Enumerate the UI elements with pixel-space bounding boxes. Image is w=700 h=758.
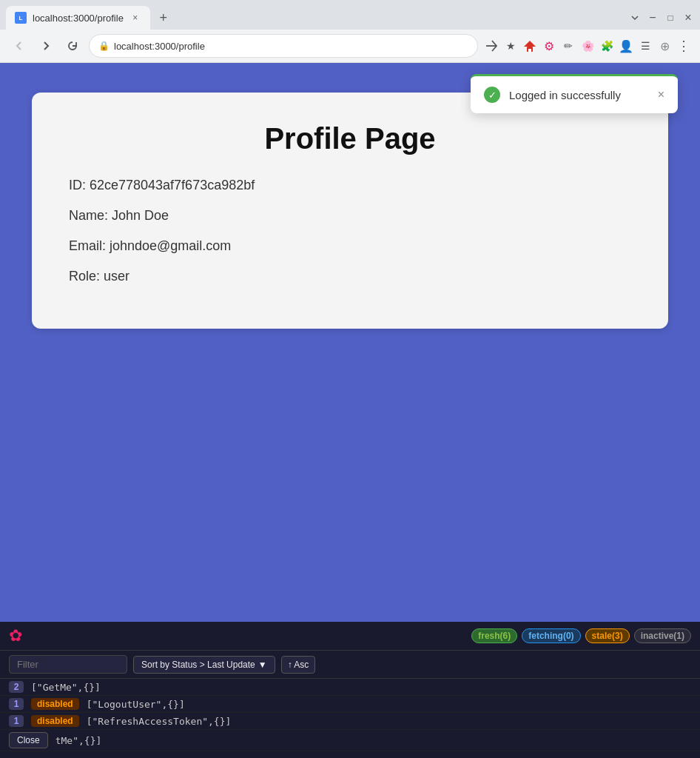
window-close-btn[interactable]: × xyxy=(682,12,694,24)
window-controls: − □ × xyxy=(629,12,694,24)
devtools-badges: fresh(6) fetching(0) stale(3) inactive(1… xyxy=(471,628,691,643)
main-wrapper: Profile Page ID: 62ce778043af7f673ca982b… xyxy=(0,63,700,758)
row-query: ["RefreshAccessToken",{}] xyxy=(87,716,232,727)
tab-favicon: L xyxy=(15,12,27,24)
devtools-row[interactable]: 1 disabled ["LogoutUser",{}] xyxy=(0,696,700,713)
page-content: Profile Page ID: 62ce778043af7f673ca982b… xyxy=(0,63,700,622)
sort-label: Sort by Status > Last Update xyxy=(141,660,255,670)
address-bar[interactable]: 🔒 localhost:3000/profile xyxy=(89,34,478,58)
tab-title: localhost:3000/profile xyxy=(33,13,124,24)
new-tab-button[interactable]: + xyxy=(153,7,174,28)
toast-notification: ✓ Logged in successfully × xyxy=(471,74,678,113)
address-url: localhost:3000/profile xyxy=(114,41,205,52)
forward-button[interactable] xyxy=(36,36,56,56)
profile-card: Profile Page ID: 62ce778043af7f673ca982b… xyxy=(32,93,668,329)
window-minimize-btn[interactable]: − xyxy=(647,12,659,24)
profile-email: Email: johndoe@gmail.com xyxy=(69,238,631,254)
devtools-header: ✿ fresh(6) fetching(0) stale(3) inactive… xyxy=(0,622,700,651)
puzzle-icon[interactable]: 🧩 xyxy=(599,38,614,53)
toast-success-icon: ✓ xyxy=(484,87,500,103)
badge-fresh[interactable]: fresh(6) xyxy=(471,628,517,643)
profile-role: Role: user xyxy=(69,269,631,284)
extension-icon1[interactable]: ⚙ xyxy=(542,38,556,53)
person-icon[interactable]: 👤 xyxy=(619,38,633,53)
devtools-asc-button[interactable]: ↑ Asc xyxy=(281,656,316,674)
profile-id: ID: 62ce778043af7f673ca982bf xyxy=(69,178,631,193)
devtools-panel: ✿ fresh(6) fetching(0) stale(3) inactive… xyxy=(0,622,700,758)
home-icon[interactable] xyxy=(522,38,537,53)
toast-close-button[interactable]: × xyxy=(658,88,664,101)
devtools-filter-row: Sort by Status > Last Update ▼ ↑ Asc xyxy=(0,651,700,679)
nav-bar: 🔒 localhost:3000/profile ★ ⚙ ✏ 🌸 🧩 👤 ☰ ⊕… xyxy=(0,30,700,62)
profile-name: Name: John Doe xyxy=(69,208,631,224)
reader-mode-icon[interactable]: ☰ xyxy=(638,38,653,53)
row-count: 1 xyxy=(9,715,24,727)
minimize-button[interactable] xyxy=(629,12,641,24)
toast-message: Logged in successfully xyxy=(509,89,621,101)
badge-stale[interactable]: stale(3) xyxy=(585,628,630,643)
lock-icon: 🔒 xyxy=(98,41,110,51)
devtools-row[interactable]: 1 disabled ["RefreshAccessToken",{}] xyxy=(0,713,700,730)
row-disabled-badge: disabled xyxy=(31,715,79,727)
badge-fetching[interactable]: fetching(0) xyxy=(522,628,580,643)
row-count: 2 xyxy=(9,681,24,693)
devtools-close-button[interactable]: Close xyxy=(9,732,48,748)
row-disabled-badge: disabled xyxy=(31,698,79,710)
refresh-button[interactable] xyxy=(62,36,83,56)
devtools-sort-button[interactable]: Sort by Status > Last Update ▼ xyxy=(133,656,275,674)
devtools-query-rows: 2 ["GetMe",{}] 1 disabled ["LogoutUser",… xyxy=(0,679,700,751)
devtools-row[interactable]: Close tMe",{}] xyxy=(0,730,700,751)
extension-icon2[interactable]: 🌸 xyxy=(580,38,595,53)
badge-inactive[interactable]: inactive(1) xyxy=(634,628,691,643)
share-icon[interactable] xyxy=(484,38,499,53)
devtools-logo: ✿ xyxy=(9,626,22,645)
row-query: ["GetMe",{}] xyxy=(31,682,101,693)
row-query: ["LogoutUser",{}] xyxy=(87,699,185,710)
nav-actions: ★ ⚙ ✏ 🌸 🧩 👤 ☰ ⊕ ⋮ xyxy=(484,38,691,53)
window-maximize-btn[interactable]: □ xyxy=(664,12,676,24)
pencil-icon[interactable]: ✏ xyxy=(561,38,576,53)
row-query: tMe",{}] xyxy=(55,735,102,746)
profile-title: Profile Page xyxy=(69,122,631,155)
devtools-filter-input[interactable] xyxy=(9,655,127,674)
browser-chrome: L localhost:3000/profile × + − □ × 🔒 loc… xyxy=(0,0,700,63)
back-button[interactable] xyxy=(9,36,30,56)
profile-circle-icon[interactable]: ⊕ xyxy=(657,38,672,53)
tab-close-button[interactable]: × xyxy=(129,12,141,24)
active-tab[interactable]: L localhost:3000/profile × xyxy=(6,6,150,30)
star-icon[interactable]: ★ xyxy=(503,38,518,53)
tab-bar: L localhost:3000/profile × + − □ × xyxy=(0,0,700,30)
row-count: 1 xyxy=(9,698,24,710)
devtools-row[interactable]: 2 ["GetMe",{}] xyxy=(0,679,700,696)
menu-icon[interactable]: ⋮ xyxy=(676,38,691,53)
svg-marker-1 xyxy=(524,41,536,47)
sort-chevron-icon: ▼ xyxy=(258,660,267,670)
svg-rect-3 xyxy=(528,49,531,52)
